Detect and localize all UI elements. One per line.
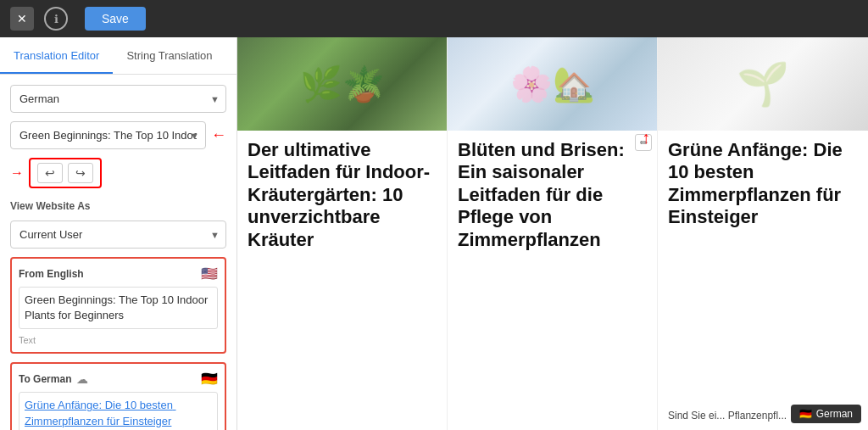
preview-img-2: 🌸🏡 <box>448 37 657 131</box>
undo-button[interactable]: ↩ <box>37 163 63 183</box>
white-plant-image: 🌱 <box>658 37 868 131</box>
top-bar: ✕ ℹ Save <box>0 0 868 37</box>
red-arrow-indicator: ← <box>211 126 226 144</box>
to-german-header: To German ☁ 🇩🇪 <box>19 371 218 387</box>
preview-col-1: 🌿🪴 Der ultimative Leitfaden für Indoor-K… <box>237 37 448 430</box>
undo-redo-container: → ↩ ↪ <box>10 158 226 188</box>
de-badge-flag: 🇩🇪 <box>799 408 812 420</box>
red-right-arrow-icon: → <box>10 165 24 181</box>
tab-string-translation[interactable]: String Translation <box>113 37 225 74</box>
source-text-field <box>19 287 218 329</box>
from-english-header: From English 🇺🇸 <box>19 265 218 282</box>
language-select[interactable]: German French Spanish <box>10 85 226 113</box>
red-up-arrow-icon: ↑ <box>642 129 650 146</box>
garden-image: 🌿🪴 <box>237 37 447 131</box>
tab-bar: Translation Editor String Translation <box>0 37 236 75</box>
de-badge-label: German <box>816 408 853 420</box>
view-mode-select[interactable]: Current User Visitor Admin <box>10 221 226 249</box>
field-type-1: Text <box>19 335 218 345</box>
info-button[interactable]: ℹ <box>44 7 68 31</box>
preview-heading-1: Der ultimative Leitfaden für Indoor-Kräu… <box>237 131 447 430</box>
to-german-box: To German ☁ 🇩🇪 Text Discard changes No a… <box>10 362 226 430</box>
undo-redo-box: ↩ ↪ <box>29 158 102 188</box>
preview-heading-3: Grüne Anfänge: Die 10 besten Zimmerpflan… <box>658 131 868 409</box>
translation-text-field[interactable] <box>19 392 218 430</box>
cloud-icon[interactable]: ☁ <box>76 372 88 386</box>
sidebar: Translation Editor String Translation Ge… <box>0 37 237 430</box>
close-icon: ✕ <box>17 12 27 25</box>
save-button[interactable]: Save <box>85 7 146 31</box>
from-english-label: From English <box>19 268 84 280</box>
post-selector[interactable]: Green Beginnings: The Top 10 Indoor Plan… <box>10 121 206 149</box>
tab-translation-editor[interactable]: Translation Editor <box>0 37 113 74</box>
preview-img-1: 🌿🪴 <box>237 37 447 131</box>
to-german-label: To German <box>19 373 71 385</box>
preview-heading-2: Blüten und Brisen: Ein saisonaler Leitfa… <box>448 131 657 430</box>
post-selector-row: Green Beginnings: The Top 10 Indoor Plan… <box>10 121 226 149</box>
sidebar-content: German French Spanish ▼ Green Beginnings… <box>0 75 236 430</box>
main-layout: Translation Editor String Translation Ge… <box>0 37 868 430</box>
redo-button[interactable]: ↪ <box>68 163 93 183</box>
view-website-label: View Website As <box>10 200 226 212</box>
info-icon: ℹ <box>54 13 58 25</box>
window-image: 🌸🏡 <box>448 37 657 131</box>
preview-img-3: 🌱 <box>658 37 868 131</box>
view-website-section: View Website As <box>10 197 226 212</box>
preview-col-2: 🌸🏡 ✏ ↑ Blüten und Brisen: Ein saisonaler… <box>448 37 658 430</box>
preview-area: 🌿🪴 Der ultimative Leitfaden für Indoor-K… <box>237 37 868 430</box>
preview-col-3: 🌱 Grüne Anfänge: Die 10 besten Zimmerpfl… <box>658 37 868 430</box>
german-badge: 🇩🇪 German <box>791 405 861 423</box>
post-select[interactable]: Green Beginnings: The Top 10 Indoor Plan… <box>10 121 206 149</box>
us-flag-icon: 🇺🇸 <box>201 265 218 282</box>
from-english-box: From English 🇺🇸 Text <box>10 257 226 354</box>
preview-grid: 🌿🪴 Der ultimative Leitfaden für Indoor-K… <box>237 37 868 430</box>
close-button[interactable]: ✕ <box>10 7 34 31</box>
de-flag-icon: 🇩🇪 <box>201 371 218 387</box>
language-dropdown[interactable]: German French Spanish ▼ <box>10 85 226 113</box>
view-mode-dropdown[interactable]: Current User Visitor Admin ▼ <box>10 221 226 249</box>
